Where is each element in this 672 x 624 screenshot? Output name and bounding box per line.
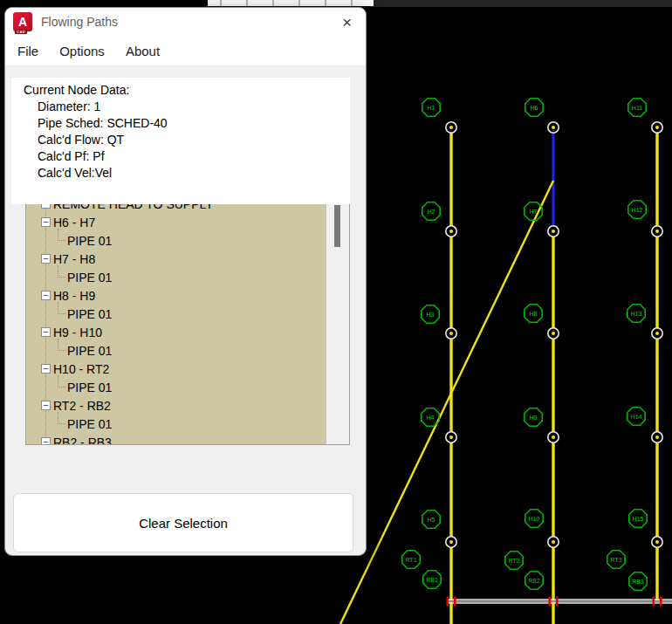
tree-item-label: H7 - H8 — [53, 252, 95, 266]
pipe-junction-ring[interactable] — [446, 226, 456, 237]
current-node-data-panel: Current Node Data:Diameter: 1Pipe Sched:… — [11, 78, 350, 204]
tree-item-h8-h9[interactable]: −H8 - H9 — [26, 286, 326, 305]
info-line: Diameter: 1 — [11, 99, 350, 115]
path-tree[interactable]: −REMOTE HEAD TO SUPPLY−H6 - H7PIPE 01−H7… — [25, 199, 350, 445]
menu-options[interactable]: Options — [49, 44, 115, 58]
tree-item-pipe-01[interactable]: PIPE 01 — [26, 415, 326, 433]
tree-item-pipe-01[interactable]: PIPE 01 — [26, 341, 326, 360]
pipe-junction-ring[interactable] — [446, 432, 456, 442]
node-h10[interactable]: H10 — [525, 510, 543, 527]
info-line: Calc'd Flow: QT — [11, 132, 350, 148]
collapse-icon[interactable]: − — [41, 217, 51, 227]
collapse-icon[interactable]: − — [41, 254, 51, 264]
autocad-icon: A CAD — [13, 12, 32, 31]
node-h9[interactable]: H9 — [525, 408, 542, 426]
tree-item-label: RT2 - RB2 — [53, 399, 111, 413]
node-rb2[interactable]: RB2 — [525, 572, 543, 589]
collapse-icon[interactable]: − — [41, 291, 51, 300]
title-bar[interactable]: A CAD Flowing Paths × — [5, 8, 366, 36]
tree-item-label: H9 - H10 — [53, 326, 102, 339]
node-h14[interactable]: H14 — [627, 408, 645, 425]
tree-item-label: H10 - RT2 — [53, 362, 109, 376]
tree-item-h7-h8[interactable]: −H7 - H8 — [26, 250, 326, 268]
node-label: H13 — [631, 311, 642, 317]
tree-item-h10-rt2[interactable]: −H10 - RT2 — [26, 360, 326, 378]
pipe-junction-ring[interactable] — [652, 537, 662, 547]
node-label: RB2 — [528, 578, 540, 584]
node-label: H15 — [633, 516, 644, 522]
collapse-icon[interactable]: − — [41, 401, 51, 410]
node-rb3[interactable]: RB3 — [629, 573, 647, 590]
collapse-icon[interactable]: − — [41, 364, 51, 374]
pipe-junction-ring[interactable] — [652, 432, 662, 442]
info-line: Pipe Sched: SCHED-40 — [11, 115, 350, 132]
menu-file[interactable]: File — [5, 44, 49, 58]
pipe-junction-ring[interactable] — [446, 328, 456, 339]
pipe-junction-ring[interactable] — [652, 226, 662, 237]
node-label: H6 — [531, 105, 538, 111]
tree-item-h6-h7[interactable]: −H6 - H7 — [26, 213, 326, 231]
node-rt1[interactable]: RT1 — [402, 551, 420, 568]
tree-item-pipe-01[interactable]: PIPE 01 — [26, 231, 326, 250]
node-label: RT3 — [610, 557, 621, 563]
tree-item-h9-h10[interactable]: −H9 - H10 — [26, 323, 326, 341]
tree-elbow-connector — [58, 375, 65, 387]
node-h1[interactable]: H1 — [422, 99, 440, 116]
close-icon[interactable]: × — [342, 14, 352, 31]
node-h11[interactable]: H11 — [628, 99, 646, 116]
connection-tick-red — [549, 597, 552, 607]
node-label: H4 — [427, 415, 435, 421]
node-h2[interactable]: H2 — [422, 202, 440, 220]
tree-item-label: PIPE 01 — [67, 307, 112, 321]
pipe-junction-ring[interactable] — [548, 432, 559, 442]
node-label: H9 — [530, 415, 538, 421]
tree-item-rb2-rb3[interactable]: −RB2 - RB3 — [26, 433, 326, 445]
pipe-junction-ring[interactable] — [446, 537, 456, 547]
tree-scrollbar-track[interactable] — [326, 200, 349, 444]
pipe-junction-ring[interactable] — [652, 328, 662, 339]
pipe-junction-ring[interactable] — [652, 122, 662, 133]
clear-selection-button[interactable]: Clear Selection — [13, 493, 353, 552]
connection-tick-red — [653, 597, 655, 607]
ribbon-toolbar-sliver — [208, 0, 374, 6]
tree-item-label: H6 - H7 — [53, 216, 95, 230]
node-h4[interactable]: H4 — [422, 408, 439, 426]
node-label: H12 — [632, 207, 643, 213]
node-h8[interactable]: H8 — [525, 305, 542, 322]
pipe-junction-ring[interactable] — [446, 122, 456, 133]
collapse-icon[interactable]: − — [41, 437, 51, 445]
tree-item-label: H8 - H9 — [53, 289, 95, 303]
node-h12[interactable]: H12 — [628, 201, 646, 218]
pipe-junction-ring[interactable] — [548, 226, 559, 237]
tree-item-rt2-rb2[interactable]: −RT2 - RB2 — [26, 396, 326, 415]
menu-bar: FileOptionsAbout — [5, 36, 366, 66]
node-rt2[interactable]: RT2 — [505, 552, 523, 569]
tree-item-label: RB2 - RB3 — [53, 435, 112, 445]
collapse-icon[interactable]: − — [41, 327, 51, 337]
node-label: H7 — [530, 209, 538, 215]
pipe-junction-ring[interactable] — [548, 328, 559, 339]
node-h15[interactable]: H15 — [629, 510, 647, 527]
tree-elbow-connector — [58, 229, 65, 241]
tree-item-label: PIPE 01 — [67, 271, 112, 285]
node-h3[interactable]: H3 — [422, 305, 439, 323]
node-rb1[interactable]: RB1 — [423, 571, 441, 588]
tree-item-pipe-01[interactable]: PIPE 01 — [26, 378, 326, 396]
tree-item-pipe-01[interactable]: PIPE 01 — [26, 305, 326, 323]
node-h13[interactable]: H13 — [627, 305, 645, 322]
connection-tick-red — [454, 597, 456, 607]
menu-about[interactable]: About — [115, 44, 170, 58]
window-title: Flowing Paths — [41, 15, 118, 29]
node-h5[interactable]: H5 — [422, 511, 440, 528]
tree-item-label: PIPE 01 — [67, 381, 112, 394]
tree-scrollbar-thumb[interactable] — [334, 205, 340, 247]
tree-item-pipe-01[interactable]: PIPE 01 — [26, 268, 326, 286]
pipe-diagonal[interactable] — [340, 181, 553, 624]
node-h6[interactable]: H6 — [525, 99, 543, 116]
pipe-junction-ring[interactable] — [548, 122, 559, 133]
tree-item-label: PIPE 01 — [67, 234, 112, 248]
connection-tick-red — [556, 597, 559, 607]
info-line: Current Node Data: — [11, 82, 350, 99]
node-rt3[interactable]: RT3 — [607, 551, 625, 568]
pipe-junction-ring[interactable] — [548, 537, 559, 547]
